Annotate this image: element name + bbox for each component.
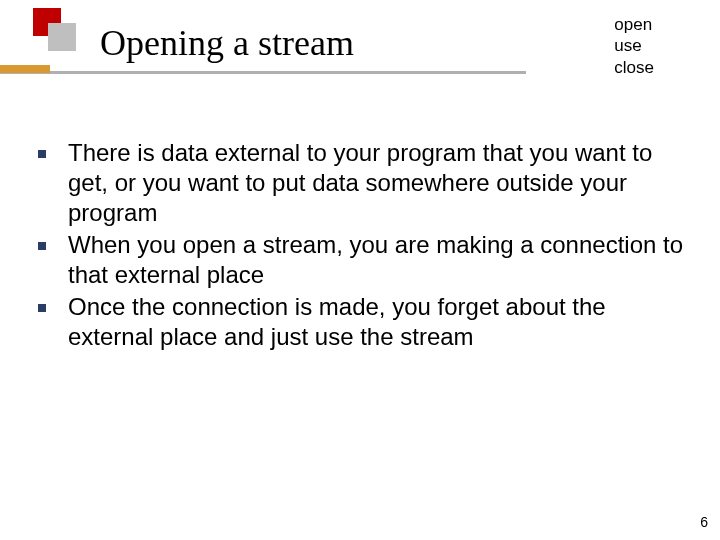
- slide-header: Opening a stream open use close: [0, 0, 720, 90]
- title-underline-accent: [0, 65, 50, 73]
- bullet-icon: [38, 242, 46, 250]
- annotation-line: close: [614, 57, 654, 78]
- annotation-line: open: [614, 14, 654, 35]
- page-number: 6: [700, 514, 708, 530]
- list-item: When you open a stream, you are making a…: [38, 230, 690, 290]
- decor-square-gray: [48, 23, 76, 51]
- bullet-text: When you open a stream, you are making a…: [68, 230, 690, 290]
- slide-title: Opening a stream: [100, 22, 354, 64]
- bullet-text: There is data external to your program t…: [68, 138, 690, 228]
- slide-content: There is data external to your program t…: [38, 138, 690, 354]
- annotation-line: use: [614, 35, 654, 56]
- list-item: Once the connection is made, you forget …: [38, 292, 690, 352]
- bullet-text: Once the connection is made, you forget …: [68, 292, 690, 352]
- bullet-icon: [38, 304, 46, 312]
- list-item: There is data external to your program t…: [38, 138, 690, 228]
- bullet-icon: [38, 150, 46, 158]
- title-underline: [0, 71, 526, 74]
- annotation-box: open use close: [614, 14, 654, 78]
